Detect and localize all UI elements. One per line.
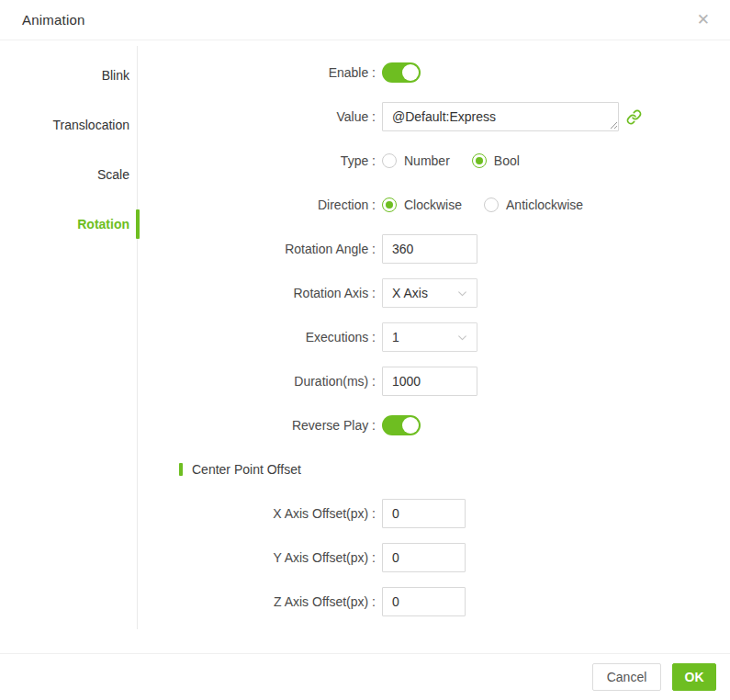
radio-label: Number — [404, 153, 450, 168]
sidebar-item-translocation[interactable]: Translocation — [0, 100, 138, 150]
dialog-title: Animation — [22, 12, 85, 28]
link-icon[interactable] — [626, 109, 642, 125]
direction-radio-group: Clockwise Anticlockwise — [382, 198, 605, 212]
toggle-knob — [402, 417, 419, 434]
radio-icon — [382, 198, 397, 212]
radio-anticlockwise[interactable]: Anticlockwise — [484, 198, 583, 212]
radio-label: Anticlockwise — [506, 198, 583, 212]
radio-bool[interactable]: Bool — [472, 153, 520, 168]
radio-icon — [382, 153, 397, 168]
z-offset-input[interactable] — [382, 587, 466, 616]
rotation-form: Enable : Value : @Default:Express — [138, 40, 730, 653]
textarea-resize-grip[interactable] — [609, 120, 618, 130]
dialog-footer: Cancel OK — [0, 653, 730, 700]
radio-icon — [472, 153, 487, 168]
z-offset-label: Z Axis Offset(px) : — [138, 594, 382, 609]
y-offset-input[interactable] — [382, 543, 466, 572]
x-offset-row: X Axis Offset(px) : — [138, 499, 730, 528]
z-offset-row: Z Axis Offset(px) : — [138, 587, 730, 616]
rotation-angle-row: Rotation Angle : — [138, 234, 730, 264]
rotation-angle-input[interactable] — [382, 234, 477, 264]
duration-input[interactable] — [382, 367, 477, 396]
type-label: Type : — [138, 153, 382, 168]
reverse-play-row: Reverse Play : — [138, 411, 730, 440]
x-offset-label: X Axis Offset(px) : — [138, 506, 382, 521]
enable-label: Enable : — [138, 65, 382, 80]
dialog-header: Animation ✕ — [0, 0, 730, 40]
value-row: Value : @Default:Express — [138, 102, 730, 131]
value-label: Value : — [138, 109, 382, 124]
value-field-wrap: @Default:Express — [382, 102, 642, 131]
y-offset-row: Y Axis Offset(px) : — [138, 543, 730, 572]
type-row: Type : Number Bool — [138, 146, 730, 175]
sidebar-item-rotation[interactable]: Rotation — [0, 199, 138, 249]
duration-label: Duration(ms) : — [138, 374, 382, 389]
y-offset-label: Y Axis Offset(px) : — [138, 550, 382, 565]
duration-row: Duration(ms) : — [138, 367, 730, 396]
direction-label: Direction : — [138, 198, 382, 212]
toggle-knob — [402, 64, 419, 81]
select-value: 1 — [392, 330, 399, 344]
sidebar: Blink Translocation Scale Rotation — [0, 40, 138, 653]
executions-select[interactable]: 1 — [382, 322, 477, 352]
section-accent-bar — [179, 463, 183, 476]
type-radio-group: Number Bool — [382, 153, 542, 168]
rotation-axis-label: Rotation Axis : — [138, 286, 382, 300]
enable-row: Enable : — [138, 58, 730, 87]
radio-label: Clockwise — [404, 198, 462, 212]
value-input[interactable]: @Default:Express — [382, 102, 619, 131]
executions-label: Executions : — [138, 330, 382, 344]
sidebar-item-scale[interactable]: Scale — [0, 150, 138, 199]
active-tab-indicator — [136, 209, 140, 239]
close-icon[interactable]: ✕ — [695, 10, 712, 29]
sidebar-item-blink[interactable]: Blink — [0, 51, 138, 100]
rotation-axis-select[interactable]: X Axis — [382, 278, 477, 308]
animation-dialog: Animation ✕ Blink Translocation Scale Ro… — [0, 0, 730, 700]
chevron-down-icon — [456, 332, 468, 344]
cancel-button[interactable]: Cancel — [592, 663, 661, 691]
section-title: Center Point Offset — [192, 462, 301, 477]
reverse-play-label: Reverse Play : — [138, 418, 382, 433]
ok-button[interactable]: OK — [672, 663, 716, 691]
direction-row: Direction : Clockwise Anticlockwise — [138, 190, 730, 220]
executions-row: Executions : 1 — [138, 322, 730, 352]
radio-number[interactable]: Number — [382, 153, 450, 168]
enable-toggle[interactable] — [382, 62, 421, 83]
sidebar-item-label: Rotation — [77, 217, 129, 231]
center-point-offset-section: Center Point Offset — [179, 455, 730, 484]
radio-icon — [484, 198, 499, 212]
reverse-play-toggle[interactable] — [382, 415, 421, 435]
rotation-angle-label: Rotation Angle : — [138, 242, 382, 256]
rotation-axis-row: Rotation Axis : X Axis — [138, 278, 730, 308]
radio-label: Bool — [494, 153, 520, 168]
radio-clockwise[interactable]: Clockwise — [382, 198, 462, 212]
select-value: X Axis — [392, 286, 428, 300]
x-offset-input[interactable] — [382, 499, 466, 528]
chevron-down-icon — [456, 288, 468, 299]
dialog-body: Blink Translocation Scale Rotation Enabl… — [0, 40, 730, 653]
